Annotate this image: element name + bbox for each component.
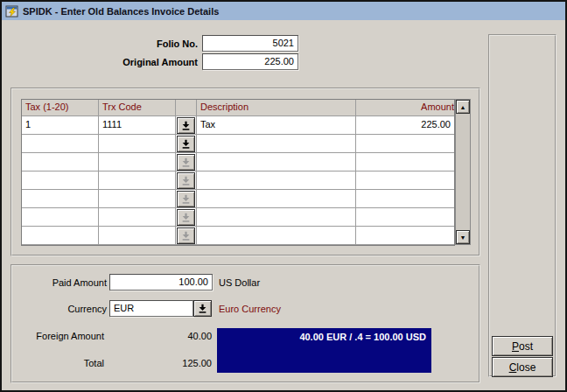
col-header-lov [176,100,197,116]
lov-cell [176,153,197,172]
tax-cell[interactable] [22,153,99,172]
lov-cell [176,227,197,245]
amount-cell[interactable] [356,208,454,227]
lov-dropdown-button [177,172,195,189]
table-row: 1 1111 Tax 225.00 [22,116,454,135]
lov-cell [176,190,197,208]
table-row [22,190,454,208]
description-cell[interactable]: Tax [197,116,356,135]
title-bar[interactable]: SPIDK - Enter Old Balances Invoice Detai… [2,2,565,20]
amount-cell[interactable] [356,172,454,190]
currency-lov-dropdown-button[interactable] [193,300,212,317]
folio-field[interactable]: 5021 [202,35,298,52]
folio-label: Folio No. [88,38,198,51]
description-cell[interactable] [197,208,356,227]
col-header-trx-code: Trx Code [99,100,176,116]
foreign-amount-label: Foreign Amount [29,330,104,343]
tax-grid-header: Tax (1-20) Trx Code Description Amount [22,100,454,116]
trx-code-cell[interactable] [99,135,176,153]
lov-dropdown-button[interactable] [177,117,195,134]
tax-cell[interactable]: 1 [22,116,99,135]
lov-dropdown-button[interactable] [177,136,195,152]
trx-code-cell[interactable] [99,153,176,172]
lov-cell [176,172,197,190]
col-header-amount: Amount [356,100,454,116]
tax-cell[interactable] [22,172,99,190]
currency-description-text: Euro Currency [219,303,281,316]
lov-dropdown-button [177,209,195,226]
window-title: SPIDK - Enter Old Balances Invoice Detai… [23,6,219,17]
lov-cell [176,208,197,227]
trx-code-cell[interactable] [99,227,176,245]
tax-grid-groupbox: Tax (1-20) Trx Code Description Amount 1… [10,88,480,256]
col-header-tax: Tax (1-20) [22,100,99,116]
action-panel: Post Close [488,34,556,377]
description-cell[interactable] [197,135,356,153]
table-rows: 1 1111 Tax 225.00 [22,116,454,245]
amount-cell[interactable] [356,153,454,172]
original-amount-label: Original Amount [88,56,198,69]
lov-dropdown-button [177,191,195,207]
currency-field[interactable]: EUR [109,300,193,317]
paid-currency-text: US Dollar [219,276,260,290]
tax-grid: Tax (1-20) Trx Code Description Amount 1… [21,99,455,246]
table-row [22,227,454,245]
table-row [22,172,454,190]
trx-code-cell[interactable] [99,190,176,208]
trx-code-cell[interactable] [99,172,176,190]
table-row [22,153,454,172]
description-cell[interactable] [197,153,356,172]
table-row [22,208,454,227]
close-button[interactable]: Close [492,357,553,377]
lov-cell [176,135,197,153]
lov-cell [176,116,197,135]
tax-cell[interactable] [22,227,99,245]
description-cell[interactable] [197,190,356,208]
amount-cell[interactable] [356,135,454,153]
amount-cell[interactable] [356,227,454,245]
lov-dropdown-button [177,228,195,244]
foreign-amount-value: 40.00 [135,330,212,343]
payment-groupbox: Paid Amount 100.00 US Dollar Currency EU… [10,264,480,383]
tax-cell[interactable] [22,208,99,227]
scroll-up-icon[interactable]: ▲ [456,100,470,114]
post-button[interactable]: Post [492,336,553,356]
grid-scrollbar[interactable]: ▲ ▼ [455,99,471,245]
original-amount-field[interactable]: 225.00 [202,53,298,70]
tax-cell[interactable] [22,190,99,208]
currency-label: Currency [28,303,107,316]
scroll-down-icon[interactable]: ▼ [456,230,470,244]
dialog-window: SPIDK - Enter Old Balances Invoice Detai… [0,0,567,392]
trx-code-cell[interactable]: 1111 [99,116,176,135]
forms-app-icon[interactable] [5,4,19,18]
paid-amount-field[interactable]: 100.00 [109,274,213,290]
tax-cell[interactable] [22,135,99,153]
col-header-description: Description [197,100,356,116]
amount-cell[interactable]: 225.00 [356,116,454,135]
paid-amount-label: Paid Amount [28,276,107,290]
total-label: Total [29,357,104,370]
amount-cell[interactable] [356,190,454,208]
conversion-banner: 40.00 EUR / .4 = 100.00 USD [217,328,431,373]
total-value: 125.00 [135,357,212,370]
description-cell[interactable] [197,227,356,245]
trx-code-cell[interactable] [99,208,176,227]
description-cell[interactable] [197,172,356,190]
lov-dropdown-button [177,154,195,171]
table-row [22,135,454,153]
